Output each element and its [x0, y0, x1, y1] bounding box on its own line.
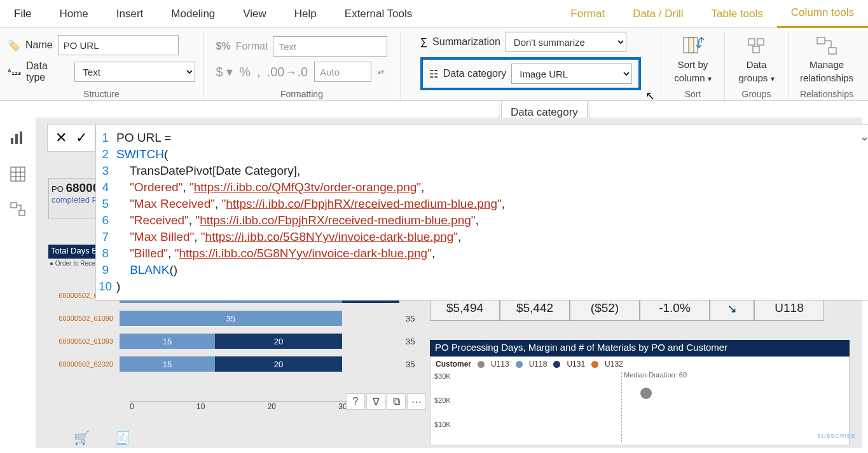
tab-tabletools[interactable]: Table tools [698, 0, 777, 28]
table-row: 68000502_62020 1520 35 [48, 353, 430, 375]
thousands-icon: , [257, 65, 261, 79]
format-label: Format [236, 41, 268, 52]
doc-icon: 🧾 [115, 430, 131, 445]
svg-rect-16 [19, 210, 25, 215]
model-view-icon[interactable] [10, 201, 26, 218]
days-elapsed-chart[interactable]: 68000502_61084 359 44 68000502_61090 35 … [48, 284, 430, 411]
trend-down-icon: ↘ [727, 301, 737, 316]
chevron-down-icon: ▾ [771, 74, 775, 83]
relationships-icon [816, 35, 837, 57]
sort-by-column-button[interactable]: Sort by column ▾ [665, 35, 722, 83]
scatter-title: PO Processing Days, Margin and # of Mate… [430, 340, 850, 356]
sigma-icon: ∑ [420, 36, 427, 48]
formula-editor[interactable]: ⌄ 1PO URL = 2SWITCH( 3 TransDatePivot[Da… [95, 124, 868, 301]
structure-group-label: Structure [83, 86, 120, 100]
datacategory-highlight: ☷ Data category Image URL [420, 57, 642, 90]
svg-rect-10 [11, 167, 25, 181]
svg-rect-3 [757, 39, 764, 45]
scatter-legend: Customer U113 U118 U131 U132 [436, 360, 623, 368]
tab-datadrill[interactable]: Data / Drill [619, 0, 697, 28]
data-view-icon[interactable] [10, 166, 26, 182]
name-icon: 🏷️ [8, 39, 20, 51]
svg-rect-1 [689, 37, 694, 53]
category-icon: ☷ [429, 68, 438, 80]
median-line [621, 372, 622, 442]
svg-rect-8 [15, 134, 18, 144]
ribbon: 🏷️ Name ᴬ₁₂₃ Data type Text Structure $%… [0, 28, 868, 101]
svg-rect-15 [11, 203, 17, 208]
filter-icon[interactable]: ∇ [366, 393, 385, 410]
summarization-select[interactable]: Don't summarize [506, 32, 626, 52]
data-groups-button[interactable]: Data groups ▾ [728, 35, 785, 83]
left-rail [0, 118, 36, 218]
help-icon[interactable]: ? [346, 393, 365, 410]
tab-modeling[interactable]: Modeling [157, 0, 229, 28]
stepper-icon: ▴▾ [378, 69, 384, 75]
tab-columntools[interactable]: Column tools [777, 0, 868, 28]
manage-relationships-button[interactable]: Manage relationships [792, 35, 862, 83]
datatype-select[interactable]: Text [74, 62, 195, 82]
scatter-yticks: $30K$20K$10K [434, 372, 451, 428]
svg-rect-2 [748, 39, 755, 45]
svg-rect-5 [817, 37, 825, 44]
table-row: 68000502_61093 1520 35 [48, 330, 430, 353]
tab-format[interactable]: Format [556, 0, 619, 28]
percent-icon: % [239, 65, 251, 79]
datatype-icon: ᴬ₁₂₃ [8, 67, 21, 77]
cancel-formula-icon[interactable]: ✕ [55, 130, 67, 146]
datacategory-label: Data category [443, 68, 507, 79]
name-input[interactable] [58, 35, 179, 55]
name-label: Name [25, 39, 53, 51]
median-label: Median Duration: 60 [624, 371, 687, 379]
commit-formula-icon[interactable]: ✓ [76, 130, 87, 146]
visual-toolbar: ? ∇ ⧉ ⋯ [346, 393, 426, 410]
tab-view[interactable]: View [229, 0, 280, 28]
format-input [273, 36, 387, 57]
report-canvas: PO 680005 completed PO Total Days Elap ●… [36, 118, 862, 448]
bottom-icons: 🛒 🧾 [74, 430, 131, 445]
svg-rect-6 [829, 48, 836, 54]
tab-external[interactable]: External Tools [331, 0, 426, 28]
chevron-down-icon[interactable]: ⌄ [860, 130, 868, 144]
subscribe-badge: SUBSCRIBE [817, 433, 856, 439]
decimal-icon: .00→.0 [267, 65, 308, 79]
tab-help[interactable]: Help [280, 0, 331, 28]
sort-icon [682, 35, 704, 57]
currency-icon: $ ▾ [216, 64, 233, 79]
scatter-point [640, 388, 652, 399]
top-tabs: File Home Insert Modeling View Help Exte… [0, 0, 868, 28]
more-icon[interactable]: ⋯ [407, 393, 426, 410]
datatype-label: Data type [26, 60, 69, 83]
groups-icon [746, 35, 768, 57]
tab-home[interactable]: Home [45, 0, 102, 28]
report-view-icon[interactable] [10, 130, 26, 147]
svg-rect-4 [753, 46, 759, 53]
tab-insert[interactable]: Insert [102, 0, 158, 28]
cart-icon: 🛒 [74, 430, 90, 445]
focus-icon[interactable]: ⧉ [387, 393, 406, 410]
svg-rect-9 [20, 132, 22, 144]
decimals-input [314, 62, 371, 82]
formatting-group-label: Formatting [280, 86, 323, 100]
groups-group-label: Groups [742, 86, 771, 100]
formula-bar: ✕ ✓ ⌄ 1PO URL = 2SWITCH( 3 TransDatePivo… [47, 124, 868, 301]
sort-group-label: Sort [685, 86, 701, 100]
table-row: 68000502_61090 35 35 [48, 307, 430, 330]
scatter-chart[interactable]: Customer U113 U118 U131 U132 $30K$20K$10… [430, 356, 850, 445]
chevron-down-icon: ▾ [708, 74, 712, 83]
datacategory-select[interactable]: Image URL [511, 64, 632, 84]
svg-rect-7 [11, 138, 13, 144]
relationships-group-label: Relationships [800, 86, 853, 100]
tab-file[interactable]: File [0, 0, 45, 28]
format-icon: $% [216, 41, 231, 52]
summarization-label: Summarization [432, 36, 500, 48]
